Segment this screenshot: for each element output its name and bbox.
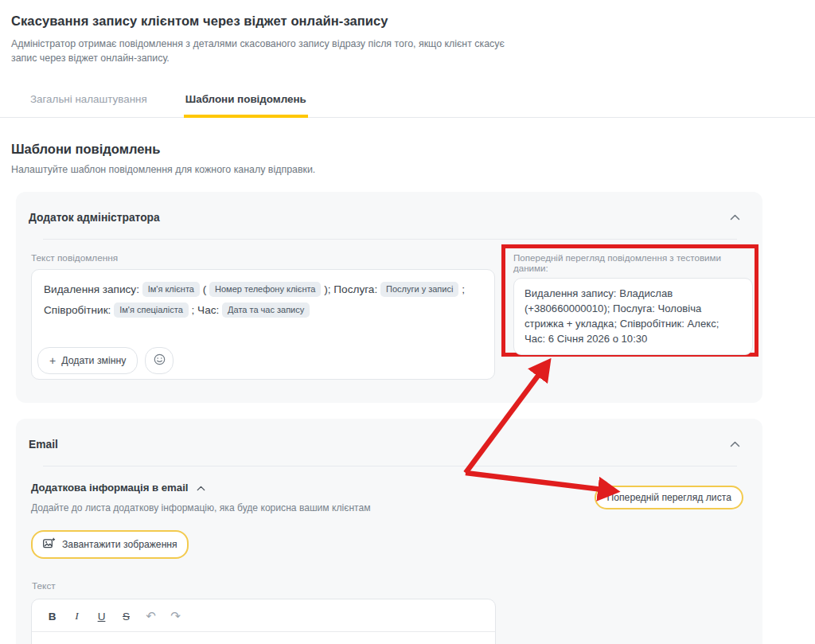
chevron-up-icon bbox=[730, 211, 740, 223]
section-subtitle: Налаштуйте шаблон повідомлення для кожно… bbox=[11, 164, 815, 175]
section-title: Шаблони повідомлень bbox=[11, 142, 815, 157]
extra-info-title: Додаткова інформація в email bbox=[31, 482, 188, 494]
templates-section-header: Шаблони повідомлень Налаштуйте шаблон по… bbox=[11, 142, 815, 175]
chevron-up-icon bbox=[730, 438, 740, 450]
image-icon bbox=[42, 537, 56, 552]
extra-info-block: Додаткова інформація в email Додайте до … bbox=[31, 480, 371, 513]
page-header: Скасування запису клієнтом через віджет … bbox=[0, 0, 815, 65]
add-variable-label: Додати змінну bbox=[61, 355, 126, 366]
tab-bar: Загальні налаштування Шаблони повідомлен… bbox=[0, 88, 815, 118]
variable-chip[interactable]: Ім'я спеціаліста bbox=[114, 302, 189, 318]
tab-message-templates[interactable]: Шаблони повідомлень bbox=[184, 88, 308, 118]
bold-button[interactable]: B bbox=[41, 607, 63, 626]
email-card: Email Додаткова інформація в email Додай… bbox=[16, 419, 762, 644]
editor-content-area[interactable] bbox=[32, 632, 495, 644]
template-text: ); Послуга: bbox=[321, 283, 380, 295]
email-rich-text-editor: BIUS↶↷ bbox=[31, 599, 496, 644]
italic-button[interactable]: I bbox=[66, 607, 88, 626]
divider bbox=[43, 239, 737, 240]
annotation-rectangle: Попередній перегляд повідомлення з тесто… bbox=[501, 244, 758, 357]
chevron-up-icon bbox=[197, 480, 205, 494]
template-text: ; Час: bbox=[189, 304, 222, 316]
variable-chip[interactable]: Ім'я клієнта bbox=[142, 282, 200, 297]
admin-card-collapse-button[interactable] bbox=[727, 211, 743, 224]
message-preview-label: Попередній перегляд повідомлення з тесто… bbox=[513, 252, 747, 273]
variable-chip[interactable]: Послуги у записі bbox=[380, 282, 458, 297]
message-preview: Видалення запису: Владислав (+3806600000… bbox=[513, 278, 753, 355]
emoji-button[interactable] bbox=[145, 347, 174, 374]
extra-info-description: Додайте до листа додаткову інформацію, я… bbox=[31, 502, 371, 513]
underline-button[interactable]: U bbox=[91, 607, 112, 626]
strikethrough-button[interactable]: S bbox=[115, 607, 137, 626]
extra-info-toggle[interactable]: Додаткова інформація в email bbox=[31, 480, 371, 494]
redo-button[interactable]: ↷ bbox=[165, 607, 186, 626]
template-text: ( bbox=[200, 283, 209, 295]
upload-image-label: Завантажити зображення bbox=[62, 539, 177, 550]
smiley-icon bbox=[153, 353, 166, 369]
preview-email-button[interactable]: Попередній перегляд листа bbox=[595, 486, 743, 509]
message-template-content: Видалення запису: Ім'я клієнта ( Номер т… bbox=[44, 279, 482, 321]
email-card-collapse-button[interactable] bbox=[727, 438, 743, 451]
variable-chip[interactable]: Номер телефону клієнта bbox=[209, 282, 321, 297]
template-text: Видалення запису: bbox=[44, 283, 142, 295]
page-title: Скасування запису клієнтом через віджет … bbox=[11, 14, 783, 29]
email-card-title: Email bbox=[29, 439, 58, 451]
add-variable-button[interactable]: + Додати змінну bbox=[37, 347, 138, 374]
email-text-label: Текст bbox=[32, 580, 762, 591]
admin-card-title: Додаток адміністратора bbox=[29, 212, 160, 224]
plus-icon: + bbox=[49, 357, 56, 365]
message-text-input[interactable]: Видалення запису: Ім'я клієнта ( Номер т… bbox=[31, 269, 495, 380]
page-description: Адміністратор отримає повідомлення з дет… bbox=[11, 37, 527, 65]
settings-page: Скасування запису клієнтом через віджет … bbox=[0, 0, 815, 644]
editor-toolbar: BIUS↶↷ bbox=[32, 599, 495, 632]
tab-general-settings[interactable]: Загальні налаштування bbox=[29, 88, 149, 118]
undo-button[interactable]: ↶ bbox=[140, 607, 162, 626]
upload-image-button[interactable]: Завантажити зображення bbox=[31, 530, 189, 559]
variable-chip[interactable]: Дата та час запису bbox=[222, 302, 310, 318]
